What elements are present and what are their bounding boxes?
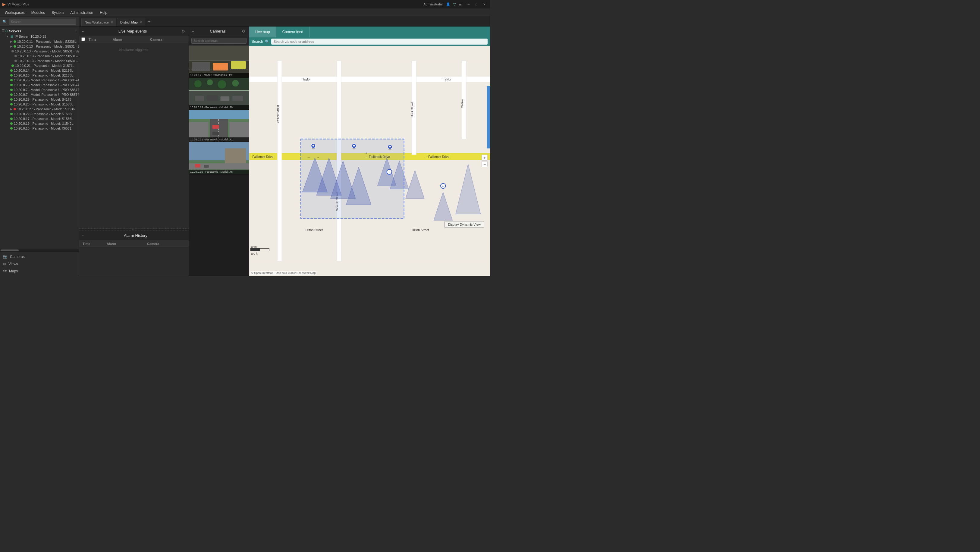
admin-label: Administrator bbox=[423, 2, 443, 6]
cam1-status bbox=[14, 40, 16, 43]
svg-point-17 bbox=[218, 80, 226, 89]
tree-item-cam10[interactable]: 10.20.0.7 - Model: Panasonic / i-PRO S85… bbox=[0, 83, 79, 87]
nav-views[interactable]: ⊞ Views bbox=[0, 260, 79, 267]
servers-label: Servers bbox=[9, 29, 21, 33]
left-panels: ↔ Live Map events ⚙ Time Alarm Camera bbox=[79, 27, 189, 276]
cam10-status bbox=[10, 84, 13, 86]
cam6-status bbox=[11, 64, 14, 67]
map-tab-camera-feed-label: Camera feed bbox=[282, 30, 303, 34]
cam12-status bbox=[10, 94, 13, 96]
minimize-button[interactable]: ─ bbox=[465, 1, 472, 7]
events-panel-toolbar: ↔ bbox=[81, 29, 85, 33]
tree-item-cam12[interactable]: 10.20.0.7 - Model: Panasonic / i-PRO S85… bbox=[0, 92, 79, 97]
alarm-columns: Time Alarm Camera bbox=[79, 240, 189, 247]
main-area: 🔍 ☰ ⬡ Servers ⋮ ▼ 🖥 IP Server -10.20.0.3… bbox=[0, 17, 490, 276]
nav-maps[interactable]: 🗺 Maps bbox=[0, 267, 79, 275]
zoom-out-button[interactable]: − bbox=[482, 161, 488, 167]
tree-item-cam6[interactable]: 10.20.0.21 - Panasonic - Model: X1571L bbox=[0, 63, 79, 68]
tab-district-map-close[interactable]: ✕ bbox=[140, 21, 142, 24]
menu-administration[interactable]: Administration bbox=[67, 10, 96, 16]
events-select-all[interactable] bbox=[81, 37, 85, 41]
search-input[interactable] bbox=[9, 19, 76, 25]
camera-thumb-1[interactable]: 10.20.0.7 - Model: Panasonic / i-PF bbox=[189, 46, 249, 78]
tree-item-cam4[interactable]: 10.20.0.13 - Panasonic - Model: S8531 - … bbox=[0, 54, 79, 59]
tree-item-cam14[interactable]: 10.20.0.20 - Panasonic - Model: S1536L bbox=[0, 102, 79, 107]
menu-modules[interactable]: Modules bbox=[28, 10, 48, 16]
tree-item-cam19[interactable]: 10.20.0.10 - Panasonic - Model: X6531 bbox=[0, 126, 79, 131]
svg-text:+: + bbox=[365, 151, 368, 156]
svg-point-16 bbox=[207, 79, 213, 85]
map-attribution: © OpenStreetMap - Map data ©2022 OpenStr… bbox=[250, 271, 317, 275]
camera-thumb-4-bg bbox=[189, 142, 249, 174]
svg-text:Hilton Street: Hilton Street bbox=[412, 228, 429, 232]
camera-thumb-3-label: 10.20.0.21 - Panasonic - Model: X1 bbox=[189, 137, 249, 142]
tree-item-cam16[interactable]: 10.20.0.22 - Panasonic - Model: S1536L bbox=[0, 111, 79, 116]
svg-point-70 bbox=[353, 145, 355, 146]
camera-thumb-4[interactable]: 10.20.0.10 - Panasonic - Model: X6 bbox=[189, 142, 249, 175]
camera-thumb-2[interactable]: 10.20.0.13 - Panasonic - Model: S8 bbox=[189, 78, 249, 110]
menu-help[interactable]: Help bbox=[97, 10, 110, 16]
map-search-input[interactable] bbox=[271, 38, 488, 45]
svg-point-18 bbox=[232, 80, 239, 86]
cam18-label: 10.20.0.19 - Panasonic - Model: U1542L bbox=[14, 122, 73, 125]
zoom-in-button[interactable]: + bbox=[482, 154, 488, 161]
maximize-button[interactable]: □ bbox=[473, 1, 480, 7]
close-button[interactable]: ✕ bbox=[481, 1, 488, 7]
svg-rect-2 bbox=[192, 62, 210, 71]
map-tab-camera-feed[interactable]: Camera feed bbox=[276, 27, 310, 37]
nav-cameras[interactable]: 📷 Cameras bbox=[0, 253, 79, 260]
camera-panel-header: ↔ Cameras ⚙ bbox=[189, 27, 249, 36]
tree-item-cam1[interactable]: ▶ 10.20.0.11 - Panasonic - Model: S2236L bbox=[0, 39, 79, 44]
menu-icon[interactable]: ☰ bbox=[459, 2, 462, 6]
panel-resize-handle[interactable] bbox=[79, 228, 189, 231]
camera-thumb-4-label: 10.20.0.10 - Panasonic - Model: X6 bbox=[189, 170, 249, 174]
cam8-label: 10.20.0.16 - Panasonic - Model: S2136L bbox=[14, 73, 73, 77]
svg-text:Fallbrook Drive: Fallbrook Drive bbox=[252, 155, 273, 159]
map-container[interactable]: Taylor Taylor Fallbrook Drive → Fallbroo… bbox=[249, 46, 490, 276]
display-dynamic-tooltip[interactable]: Display Dynamic View bbox=[444, 221, 484, 228]
tab-new-workspace-close[interactable]: ✕ bbox=[111, 21, 113, 24]
menu-workspaces[interactable]: Workspaces bbox=[2, 10, 28, 16]
ip-server-item[interactable]: ▼ 🖥 IP Server -10.20.0.38 bbox=[0, 34, 79, 39]
camera-thumb-3[interactable]: 10.20.0.21 - Panasonic - Model: X1 bbox=[189, 110, 249, 142]
cam10-label: 10.20.0.7 - Model: Panasonic / i-PRO S85… bbox=[14, 83, 79, 87]
tab-new-workspace[interactable]: New Workspace ✕ bbox=[81, 18, 116, 26]
menu-system[interactable]: System bbox=[49, 10, 67, 16]
views-icon: ⊞ bbox=[3, 262, 6, 266]
sidebar-horizontal-scrollbar[interactable] bbox=[0, 249, 79, 251]
camera-panel-title: Cameras bbox=[195, 29, 240, 33]
svg-point-67 bbox=[312, 148, 315, 149]
servers-header[interactable]: ☰ ⬡ Servers ⋮ bbox=[0, 28, 79, 34]
map-tab-live[interactable]: Live map bbox=[249, 27, 276, 37]
add-tab-button[interactable]: + bbox=[146, 19, 152, 24]
cam19-status bbox=[10, 127, 13, 130]
camera-search-input[interactable] bbox=[191, 38, 247, 44]
sidebar-bottom-nav: 📷 Cameras ⊞ Views 🗺 Maps bbox=[0, 251, 79, 276]
tab-district-map[interactable]: District Map ✕ bbox=[117, 18, 145, 26]
tree-item-cam7[interactable]: 10.20.0.14 - Panasonic - Model: S2136L bbox=[0, 68, 79, 73]
cam15-expand-icon: ▶ bbox=[10, 108, 12, 111]
svg-point-71 bbox=[388, 149, 391, 150]
cam4-status bbox=[14, 55, 17, 57]
svg-text:Walker: Walker bbox=[461, 99, 464, 108]
tree-item-cam8[interactable]: 10.20.0.16 - Panasonic - Model: S2136L bbox=[0, 73, 79, 78]
tree-item-cam5[interactable]: 10.20.0.13 - Panasonic - Model: S8531 - … bbox=[0, 59, 79, 63]
servers-menu-icon[interactable]: ⋮ bbox=[74, 29, 78, 33]
events-panel-settings-icon[interactable]: ⚙ bbox=[180, 28, 186, 34]
tree-item-cam9[interactable]: 10.20.0.7 - Model: Panasonic / i-PRO S85… bbox=[0, 78, 79, 83]
sidebar-scroll-thumb[interactable] bbox=[1, 250, 19, 251]
tree-item-cam17[interactable]: 10.20.0.17 - Panasonic - Model: S1536L bbox=[0, 116, 79, 121]
tree-item-cam15[interactable]: ▶ 10.20.0.27 - Panasonic - Model: S1136 bbox=[0, 107, 79, 111]
tree-item-cam18[interactable]: 10.20.0.19 - Panasonic - Model: U1542L bbox=[0, 121, 79, 126]
alarm-panel-lock-icon: ↔ bbox=[81, 234, 85, 238]
tree-item-cam3[interactable]: 10.20.0.13 - Panasonic - Model: S8531 - … bbox=[0, 49, 79, 54]
camera-thumb-2-bg bbox=[189, 78, 249, 110]
camera-panel-settings-icon[interactable]: ⚙ bbox=[240, 28, 247, 34]
tree-item-cam11[interactable]: 10.20.0.7 - Model: Panasonic / i-PRO S85… bbox=[0, 87, 79, 92]
sidebar-tree: ☰ ⬡ Servers ⋮ ▼ 🖥 IP Server -10.20.0.38 … bbox=[0, 27, 79, 249]
tree-item-cam2[interactable]: ▶ 10.20.0.13 - Panasonic - Model: S8531 … bbox=[0, 44, 79, 49]
tree-item-cam13[interactable]: 10.20.0.29 - Panasonic - Model: S4176 bbox=[0, 97, 79, 102]
svg-rect-12 bbox=[220, 96, 229, 101]
map-zoom-controls: + − bbox=[482, 154, 488, 167]
workspace: ↔ Live Map events ⚙ Time Alarm Camera bbox=[79, 27, 490, 276]
